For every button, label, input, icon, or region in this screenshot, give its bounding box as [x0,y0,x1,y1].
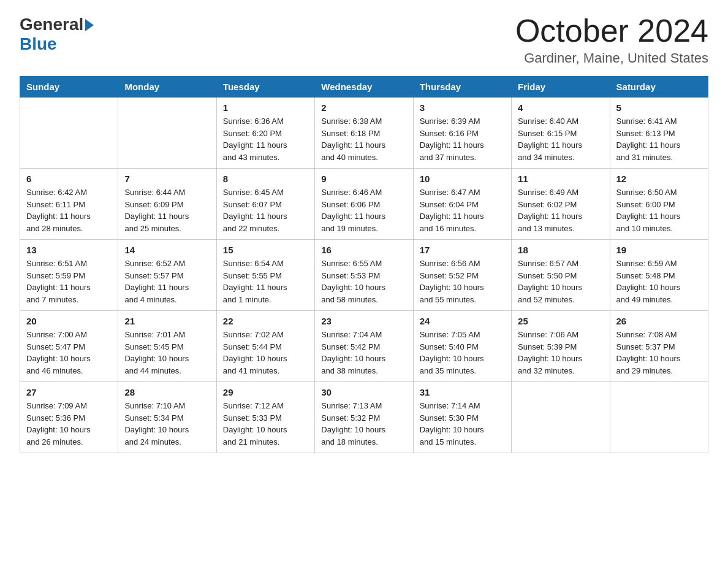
day-info: Sunrise: 7:04 AM Sunset: 5:42 PM Dayligh… [321,329,406,377]
calendar-day-3: 3Sunrise: 6:39 AM Sunset: 6:16 PM Daylig… [413,98,511,169]
day-number: 2 [321,102,406,113]
month-year-title: October 2024 [515,15,708,47]
calendar-day-28: 28Sunrise: 7:10 AM Sunset: 5:34 PM Dayli… [118,382,216,453]
day-info: Sunrise: 7:14 AM Sunset: 5:30 PM Dayligh… [420,400,505,448]
day-number: 19 [616,245,702,255]
day-info: Sunrise: 6:55 AM Sunset: 5:53 PM Dayligh… [321,258,406,305]
day-info: Sunrise: 6:50 AM Sunset: 6:00 PM Dayligh… [616,186,702,234]
calendar-day-21: 21Sunrise: 7:01 AM Sunset: 5:45 PM Dayli… [118,311,216,382]
day-info: Sunrise: 6:40 AM Sunset: 6:15 PM Dayligh… [518,115,603,163]
day-number: 25 [518,316,603,326]
calendar-day-20: 20Sunrise: 7:00 AM Sunset: 5:47 PM Dayli… [20,311,118,382]
day-info: Sunrise: 7:13 AM Sunset: 5:32 PM Dayligh… [321,400,406,448]
calendar-day-27: 27Sunrise: 7:09 AM Sunset: 5:36 PM Dayli… [20,382,118,453]
weekday-header-tuesday: Tuesday [216,77,314,98]
day-number: 8 [223,174,308,184]
day-info: Sunrise: 6:56 AM Sunset: 5:52 PM Dayligh… [420,258,505,305]
calendar-day-22: 22Sunrise: 7:02 AM Sunset: 5:44 PM Dayli… [216,311,314,382]
calendar-header-row: SundayMondayTuesdayWednesdayThursdayFrid… [20,77,708,98]
weekday-header-monday: Monday [118,77,216,98]
calendar-day-7: 7Sunrise: 6:44 AM Sunset: 6:09 PM Daylig… [118,169,216,240]
calendar-day-14: 14Sunrise: 6:52 AM Sunset: 5:57 PM Dayli… [118,240,216,311]
day-number: 22 [223,316,308,326]
calendar-day-9: 9Sunrise: 6:46 AM Sunset: 6:06 PM Daylig… [315,169,413,240]
calendar-week-row: 6Sunrise: 6:42 AM Sunset: 6:11 PM Daylig… [20,169,708,240]
day-number: 24 [420,316,505,326]
day-number: 3 [420,102,505,113]
day-number: 29 [223,387,308,397]
calendar-day-6: 6Sunrise: 6:42 AM Sunset: 6:11 PM Daylig… [20,169,118,240]
calendar-day-12: 12Sunrise: 6:50 AM Sunset: 6:00 PM Dayli… [610,169,708,240]
day-number: 9 [321,174,406,184]
day-info: Sunrise: 6:38 AM Sunset: 6:18 PM Dayligh… [321,115,406,163]
calendar-day-30: 30Sunrise: 7:13 AM Sunset: 5:32 PM Dayli… [315,382,413,453]
calendar-week-row: 13Sunrise: 6:51 AM Sunset: 5:59 PM Dayli… [20,240,708,311]
day-number: 4 [518,102,603,113]
day-info: Sunrise: 6:41 AM Sunset: 6:13 PM Dayligh… [616,115,702,163]
day-info: Sunrise: 6:49 AM Sunset: 6:02 PM Dayligh… [518,186,603,234]
calendar-empty-cell [610,382,708,453]
day-info: Sunrise: 7:06 AM Sunset: 5:39 PM Dayligh… [518,329,603,377]
calendar-table: SundayMondayTuesdayWednesdayThursdayFrid… [20,76,708,453]
weekday-header-sunday: Sunday [20,77,118,98]
logo: General Blue [20,15,94,54]
day-number: 13 [26,245,112,255]
calendar-day-11: 11Sunrise: 6:49 AM Sunset: 6:02 PM Dayli… [512,169,610,240]
location-subtitle: Gardiner, Maine, United States [515,50,708,66]
day-info: Sunrise: 7:01 AM Sunset: 5:45 PM Dayligh… [124,329,210,377]
calendar-day-2: 2Sunrise: 6:38 AM Sunset: 6:18 PM Daylig… [315,98,413,169]
calendar-empty-cell [512,382,610,453]
calendar-day-18: 18Sunrise: 6:57 AM Sunset: 5:50 PM Dayli… [512,240,610,311]
calendar-week-row: 20Sunrise: 7:00 AM Sunset: 5:47 PM Dayli… [20,311,708,382]
day-number: 23 [321,316,406,326]
page-header: General Blue October 2024 Gardiner, Main… [20,15,708,66]
weekday-header-friday: Friday [512,77,610,98]
day-info: Sunrise: 6:59 AM Sunset: 5:48 PM Dayligh… [616,258,702,305]
calendar-empty-cell [20,98,118,169]
day-info: Sunrise: 6:39 AM Sunset: 6:16 PM Dayligh… [420,115,505,163]
calendar-day-4: 4Sunrise: 6:40 AM Sunset: 6:15 PM Daylig… [512,98,610,169]
calendar-day-23: 23Sunrise: 7:04 AM Sunset: 5:42 PM Dayli… [315,311,413,382]
calendar-day-10: 10Sunrise: 6:47 AM Sunset: 6:04 PM Dayli… [413,169,511,240]
weekday-header-wednesday: Wednesday [315,77,413,98]
day-number: 15 [223,245,308,255]
calendar-day-1: 1Sunrise: 6:36 AM Sunset: 6:20 PM Daylig… [216,98,314,169]
calendar-day-16: 16Sunrise: 6:55 AM Sunset: 5:53 PM Dayli… [315,240,413,311]
day-info: Sunrise: 6:45 AM Sunset: 6:07 PM Dayligh… [223,186,308,234]
calendar-day-15: 15Sunrise: 6:54 AM Sunset: 5:55 PM Dayli… [216,240,314,311]
calendar-week-row: 1Sunrise: 6:36 AM Sunset: 6:20 PM Daylig… [20,98,708,169]
day-info: Sunrise: 6:51 AM Sunset: 5:59 PM Dayligh… [26,258,112,305]
calendar-day-29: 29Sunrise: 7:12 AM Sunset: 5:33 PM Dayli… [216,382,314,453]
calendar-day-26: 26Sunrise: 7:08 AM Sunset: 5:37 PM Dayli… [610,311,708,382]
day-number: 28 [124,387,210,397]
day-number: 20 [26,316,112,326]
day-number: 6 [26,174,112,184]
day-info: Sunrise: 6:54 AM Sunset: 5:55 PM Dayligh… [223,258,308,305]
day-number: 21 [124,316,210,326]
day-info: Sunrise: 7:02 AM Sunset: 5:44 PM Dayligh… [223,329,308,377]
day-info: Sunrise: 6:42 AM Sunset: 6:11 PM Dayligh… [26,186,112,234]
calendar-day-31: 31Sunrise: 7:14 AM Sunset: 5:30 PM Dayli… [413,382,511,453]
logo-general-text: General [20,15,83,34]
day-info: Sunrise: 6:57 AM Sunset: 5:50 PM Dayligh… [518,258,603,305]
day-number: 18 [518,245,603,255]
calendar-day-19: 19Sunrise: 6:59 AM Sunset: 5:48 PM Dayli… [610,240,708,311]
day-number: 16 [321,245,406,255]
weekday-header-saturday: Saturday [610,77,708,98]
day-info: Sunrise: 7:12 AM Sunset: 5:33 PM Dayligh… [223,400,308,448]
day-info: Sunrise: 6:44 AM Sunset: 6:09 PM Dayligh… [124,186,210,234]
day-number: 17 [420,245,505,255]
day-info: Sunrise: 7:09 AM Sunset: 5:36 PM Dayligh… [26,400,112,448]
logo-blue-text: Blue [20,34,57,54]
day-number: 14 [124,245,210,255]
day-number: 30 [321,387,406,397]
calendar-day-25: 25Sunrise: 7:06 AM Sunset: 5:39 PM Dayli… [512,311,610,382]
day-info: Sunrise: 6:52 AM Sunset: 5:57 PM Dayligh… [124,258,210,305]
title-section: October 2024 Gardiner, Maine, United Sta… [515,15,708,66]
day-number: 7 [124,174,210,184]
calendar-day-13: 13Sunrise: 6:51 AM Sunset: 5:59 PM Dayli… [20,240,118,311]
day-info: Sunrise: 6:46 AM Sunset: 6:06 PM Dayligh… [321,186,406,234]
day-info: Sunrise: 7:08 AM Sunset: 5:37 PM Dayligh… [616,329,702,377]
day-number: 27 [26,387,112,397]
day-info: Sunrise: 7:05 AM Sunset: 5:40 PM Dayligh… [420,329,505,377]
